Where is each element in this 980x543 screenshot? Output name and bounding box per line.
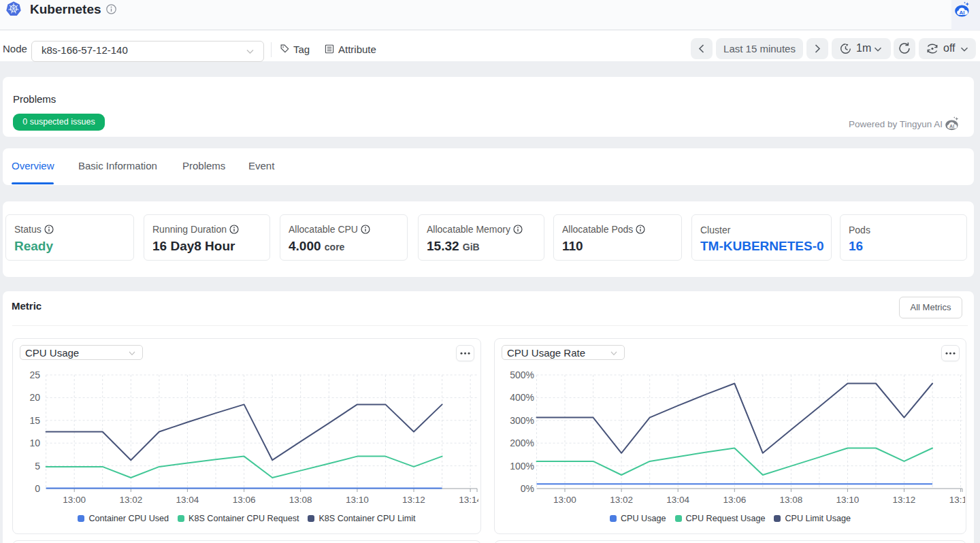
svg-text:25: 25 [29, 369, 40, 380]
svg-text:0%: 0% [521, 483, 534, 494]
svg-text:400%: 400% [510, 392, 534, 403]
svg-text:13:12: 13:12 [893, 495, 916, 505]
svg-text:13:06: 13:06 [723, 495, 746, 505]
svg-text:13:10: 13:10 [346, 495, 369, 505]
svg-text:13:02: 13:02 [119, 495, 142, 505]
svg-text:13:12: 13:12 [402, 495, 425, 505]
svg-text:13:00: 13:00 [553, 495, 576, 505]
svg-text:200%: 200% [510, 438, 534, 448]
svg-text:10: 10 [29, 438, 40, 448]
svg-text:300%: 300% [510, 415, 534, 426]
svg-text:AI: AI [949, 123, 954, 129]
svg-text:AI: AI [960, 10, 965, 16]
svg-text:13:04: 13:04 [176, 495, 199, 505]
svg-text:13:08: 13:08 [780, 495, 803, 505]
svg-text:13:02: 13:02 [610, 495, 633, 505]
svg-text:5: 5 [35, 461, 40, 472]
svg-text:13:14: 13:14 [459, 495, 478, 505]
svg-text:100%: 100% [510, 461, 534, 472]
svg-text:13:14: 13:14 [949, 495, 965, 505]
svg-text:20: 20 [29, 392, 40, 403]
svg-text:13:04: 13:04 [666, 495, 689, 505]
svg-text:13:08: 13:08 [289, 495, 312, 505]
svg-text:13:06: 13:06 [233, 495, 256, 505]
svg-text:13:00: 13:00 [63, 495, 86, 505]
svg-text:0: 0 [35, 483, 40, 494]
svg-text:500%: 500% [510, 369, 534, 380]
svg-text:15: 15 [29, 415, 40, 426]
svg-text:13:10: 13:10 [836, 495, 860, 505]
